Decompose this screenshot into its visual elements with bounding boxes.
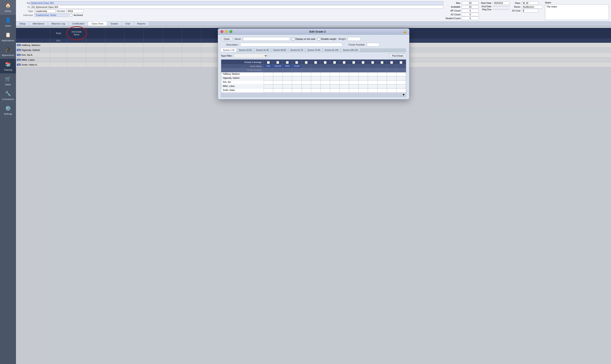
- score-input-cell[interactable]: [368, 72, 377, 76]
- score-input-cell[interactable]: [264, 72, 273, 76]
- tab-attendance[interactable]: Attendance: [29, 22, 48, 26]
- score-input-cell[interactable]: [377, 77, 387, 80]
- tab-chat[interactable]: Chat: [122, 22, 134, 26]
- score-input-cell[interactable]: [339, 85, 349, 88]
- score-input-cell[interactable]: [387, 80, 396, 84]
- score-input-cell[interactable]: [368, 77, 377, 80]
- score-input-cell[interactable]: [396, 85, 406, 88]
- points-possible-cell[interactable]: [292, 68, 302, 72]
- include-avg-cell[interactable]: [311, 60, 321, 64]
- disable-weight-checkbox[interactable]: [317, 38, 320, 40]
- modal-name-input[interactable]: [243, 37, 290, 41]
- score-input-cell[interactable]: [359, 85, 368, 88]
- score-input-cell[interactable]: [359, 89, 368, 92]
- score-input-cell[interactable]: [273, 72, 283, 76]
- score-input-cell[interactable]: [273, 80, 283, 84]
- include-avg-checkbox[interactable]: [390, 61, 393, 64]
- score-input-cell[interactable]: [377, 80, 387, 84]
- score-input-cell[interactable]: [311, 89, 321, 92]
- maximize-traffic-light[interactable]: [230, 30, 232, 33]
- include-avg-cell[interactable]: [387, 60, 396, 64]
- tab-reports[interactable]: Reports: [134, 22, 149, 26]
- score-input-cell[interactable]: [387, 77, 396, 80]
- score-input-cell[interactable]: [283, 89, 292, 92]
- include-avg-checkbox[interactable]: [286, 61, 289, 64]
- score-input-cell[interactable]: [321, 72, 330, 76]
- score-input-cell[interactable]: [311, 85, 321, 88]
- score-input-cell[interactable]: [339, 72, 349, 76]
- score-input-cell[interactable]: [283, 72, 292, 76]
- sidebar-item-applications[interactable]: 📋 Applications: [0, 29, 16, 44]
- points-possible-cell[interactable]: [396, 68, 406, 72]
- score-input-cell[interactable]: [311, 77, 321, 80]
- score-input-cell[interactable]: [321, 89, 330, 92]
- include-avg-cell[interactable]: [377, 60, 387, 64]
- score-tab-16-30[interactable]: Scores 16-30: [237, 48, 254, 52]
- include-avg-cell[interactable]: [359, 60, 368, 64]
- tab-grades[interactable]: Grades: [107, 22, 122, 26]
- score-input-cell[interactable]: [302, 85, 311, 88]
- score-input-cell[interactable]: [321, 85, 330, 88]
- score-input-cell[interactable]: [292, 89, 302, 92]
- sidebar-item-home[interactable]: 🏠 Home: [0, 0, 16, 15]
- score-input-cell[interactable]: [387, 72, 396, 76]
- scroll-down-icon[interactable]: ▼: [402, 93, 405, 96]
- include-avg-cell[interactable]: [273, 60, 283, 64]
- tab-setup[interactable]: Setup: [16, 22, 29, 26]
- sidebar-item-users[interactable]: 👤 Users: [0, 15, 16, 29]
- score-tab-106-120[interactable]: Scores 106-120: [341, 48, 360, 52]
- score-input-cell[interactable]: [377, 72, 387, 76]
- sidebar-item-training[interactable]: 📚 Training: [0, 59, 16, 73]
- score-input-cell[interactable]: [396, 89, 406, 92]
- score-input-cell[interactable]: [302, 72, 311, 76]
- score-tab-61-75[interactable]: Scores 61-75: [288, 48, 305, 52]
- display-web-checkbox[interactable]: [292, 38, 295, 40]
- archived-checkbox[interactable]: [70, 14, 72, 17]
- points-possible-cell[interactable]: [283, 68, 292, 72]
- sidebar-item-sales[interactable]: 🛒 Sales: [0, 73, 16, 88]
- close-button[interactable]: Close: [221, 37, 233, 41]
- score-input-cell[interactable]: [368, 89, 377, 92]
- close-traffic-light[interactable]: [221, 30, 223, 33]
- score-input-cell[interactable]: [339, 80, 349, 84]
- points-possible-cell[interactable]: [273, 68, 283, 72]
- points-possible-cell[interactable]: [264, 68, 273, 72]
- score-input-cell[interactable]: [264, 77, 273, 80]
- include-avg-checkbox[interactable]: [343, 61, 346, 64]
- score-input-cell[interactable]: [302, 89, 311, 92]
- score-input-cell[interactable]: [311, 80, 321, 84]
- score-input-cell[interactable]: [321, 77, 330, 80]
- points-possible-cell[interactable]: [368, 68, 377, 72]
- include-avg-checkbox[interactable]: [305, 61, 308, 64]
- score-input-cell[interactable]: [396, 80, 406, 84]
- points-possible-cell[interactable]: [302, 68, 311, 72]
- include-avg-checkbox[interactable]: [371, 61, 374, 64]
- include-avg-checkbox[interactable]: [400, 61, 402, 64]
- sidebar-item-contractors[interactable]: 🔧 Contractors: [0, 88, 16, 103]
- score-input-cell[interactable]: [330, 89, 339, 92]
- score-input-cell[interactable]: [292, 77, 302, 80]
- score-input-cell[interactable]: [387, 85, 396, 88]
- include-avg-cell[interactable]: [330, 60, 339, 64]
- score-input-cell[interactable]: [377, 85, 387, 88]
- score-input-cell[interactable]: [339, 77, 349, 80]
- include-avg-cell[interactable]: [264, 60, 273, 64]
- include-avg-cell[interactable]: [396, 60, 406, 64]
- score-input-cell[interactable]: [264, 89, 273, 92]
- include-avg-cell[interactable]: [349, 60, 359, 64]
- include-avg-checkbox[interactable]: [324, 61, 326, 64]
- sidebar-item-settings[interactable]: ⚙️ Settings: [0, 103, 16, 117]
- include-avg-checkbox[interactable]: [295, 61, 298, 64]
- include-avg-checkbox[interactable]: [381, 61, 383, 64]
- score-input-cell[interactable]: [273, 89, 283, 92]
- score-input-cell[interactable]: [273, 77, 283, 80]
- score-input-cell[interactable]: [359, 72, 368, 76]
- points-possible-cell[interactable]: [321, 68, 330, 72]
- score-input-cell[interactable]: [377, 89, 387, 92]
- score-input-cell[interactable]: [302, 77, 311, 80]
- score-input-cell[interactable]: [302, 80, 311, 84]
- score-input-cell[interactable]: [349, 85, 359, 88]
- score-input-cell[interactable]: [349, 80, 359, 84]
- score-input-cell[interactable]: [359, 80, 368, 84]
- score-input-cell[interactable]: [292, 72, 302, 76]
